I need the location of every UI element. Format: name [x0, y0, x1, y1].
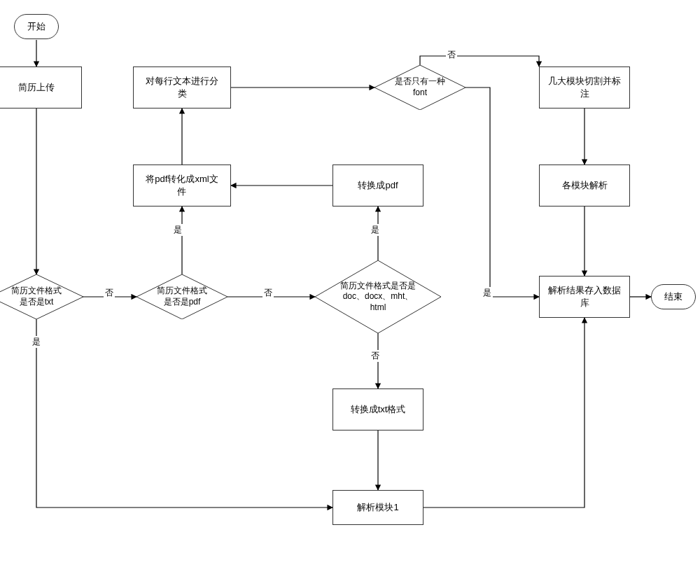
label-is-txt-yes: 是 [31, 336, 42, 348]
decision-is-doc-label: 简历文件格式是否是 doc、docx、mht、 html [340, 281, 416, 314]
decision-is-pdf: 简历文件格式 是否是pdf [136, 274, 227, 319]
process-to-txt-label: 转换成txt格式 [351, 403, 406, 416]
process-save-db: 解析结果存入数据 库 [539, 276, 630, 318]
process-to-txt: 转换成txt格式 [332, 388, 424, 430]
process-parse-modules-label: 各模块解析 [562, 179, 608, 192]
process-classify-lines: 对每行文本进行分 类 [133, 66, 231, 108]
process-to-pdf: 转换成pdf [332, 164, 424, 206]
process-parse-mod1: 解析模块1 [332, 490, 424, 525]
decision-is-txt-label: 简历文件格式 是否是txt [11, 286, 62, 307]
process-parse-modules: 各模块解析 [539, 164, 630, 206]
process-pdf-to-xml: 将pdf转化成xml文 件 [133, 164, 231, 206]
label-one-font-no: 否 [446, 49, 457, 61]
decision-is-pdf-label: 简历文件格式 是否是pdf [157, 286, 207, 307]
process-parse-mod1-label: 解析模块1 [357, 501, 398, 514]
label-is-txt-no: 否 [104, 287, 115, 299]
decision-one-font-label: 是否只有一种 font [395, 76, 445, 98]
process-cut-label: 几大模块切割并标 注 [539, 66, 630, 108]
decision-is-txt: 简历文件格式 是否是txt [0, 274, 83, 319]
terminator-end-label: 结束 [664, 290, 682, 303]
label-is-doc-yes: 是 [370, 224, 381, 236]
label-is-pdf-yes: 是 [172, 224, 183, 236]
label-is-doc-no: 否 [370, 350, 381, 362]
label-is-pdf-no: 否 [262, 287, 274, 299]
decision-is-doc: 简历文件格式是否是 doc、docx、mht、 html [315, 260, 441, 333]
decision-one-font: 是否只有一种 font [374, 65, 465, 110]
process-pdf-to-xml-label: 将pdf转化成xml文 件 [146, 173, 218, 197]
process-cut-label-label: 几大模块切割并标 注 [548, 75, 621, 99]
process-classify-lines-label: 对每行文本进行分 类 [146, 75, 218, 99]
process-to-pdf-label: 转换成pdf [358, 179, 398, 192]
process-upload: 简历上传 [0, 66, 82, 108]
process-upload-label: 简历上传 [18, 81, 55, 94]
terminator-start: 开始 [14, 14, 59, 39]
flowchart-canvas: 开始 简历上传 对每行文本进行分 类 将pdf转化成xml文 件 转换成pdf … [0, 0, 700, 588]
label-one-font-yes: 是 [482, 287, 493, 299]
terminator-end: 结束 [651, 284, 696, 309]
terminator-start-label: 开始 [27, 20, 46, 33]
process-save-db-label: 解析结果存入数据 库 [548, 284, 621, 309]
